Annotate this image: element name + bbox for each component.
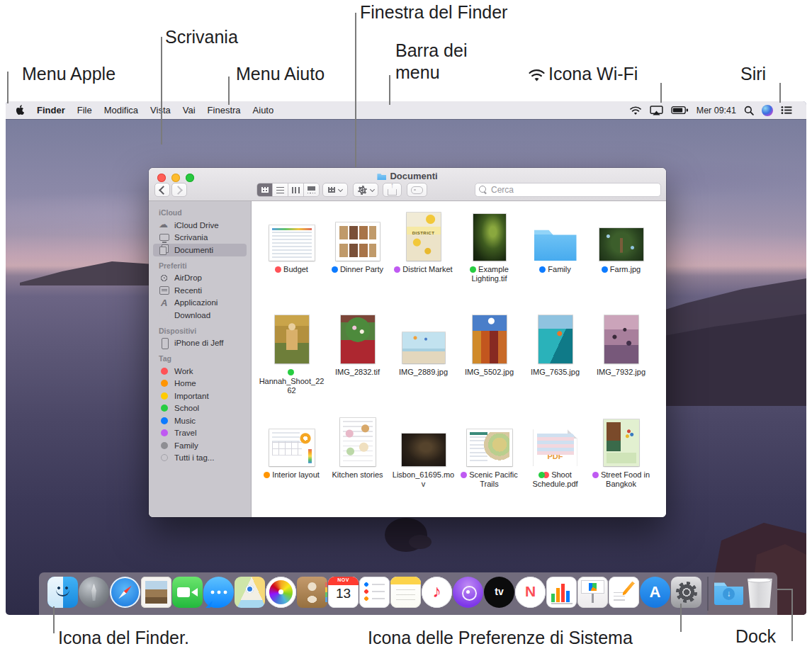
menu-finestra[interactable]: Finestra [208, 105, 241, 115]
battery-icon[interactable] [671, 106, 689, 115]
desktop[interactable]: FinderFileModificaVistaVaiFinestraAiuto … [6, 101, 806, 615]
menu-finder[interactable]: Finder [37, 105, 65, 115]
calendar-dock-icon[interactable]: NOV13 [328, 577, 359, 608]
sidebar-item-iphone-di-jeff[interactable]: iPhone di Jeff [153, 337, 247, 350]
back-button[interactable] [154, 183, 170, 197]
file-district-market[interactable]: DISTRICTDistrict Market [390, 208, 456, 311]
wifi-callout-icon [528, 65, 546, 87]
maps-dock-icon[interactable] [235, 577, 265, 608]
share-button[interactable] [383, 183, 402, 197]
column-view-button[interactable] [288, 183, 304, 196]
file-thumbnail: DISTRICT [407, 213, 441, 261]
contacts-dock-icon[interactable] [297, 577, 327, 608]
appletv-dock-icon[interactable]: tv [484, 577, 514, 608]
menu-modifica[interactable]: Modifica [104, 105, 138, 115]
numbers-dock-icon[interactable] [546, 577, 577, 608]
callout-line-siri [779, 83, 781, 103]
appstore-dock-icon[interactable]: A [640, 577, 670, 608]
menu-aiuto[interactable]: Aiuto [253, 105, 274, 115]
file-dinner-party[interactable]: Dinner Party [325, 208, 390, 311]
finder-window: Documenti [149, 168, 666, 517]
siri-icon[interactable] [762, 105, 773, 116]
sidebar-item-home[interactable]: Home [153, 378, 247, 390]
list-view-button[interactable] [273, 183, 288, 196]
sidebar-item-documenti[interactable]: Documenti [153, 244, 247, 256]
notification-center-icon[interactable] [781, 106, 792, 115]
keynote-dock-icon[interactable] [577, 577, 608, 608]
sidebar-item-tutti-i-tag-[interactable]: Tutti i tag... [153, 452, 247, 465]
podcasts-dock-icon[interactable] [453, 577, 483, 608]
sidebar-item-recenti[interactable]: Recenti [153, 284, 247, 297]
file-hannah-shoot-2262[interactable]: Hannah_Shoot_2262 [259, 311, 325, 414]
file-farm-jpg[interactable]: Farm.jpg [588, 208, 654, 311]
group-button[interactable] [322, 183, 348, 197]
sidebar-item-label: Download [174, 311, 210, 319]
file-thumbnail [269, 429, 315, 466]
file-img-5502-jpg[interactable]: IMG_5502.jpg [456, 311, 522, 414]
view-switcher [256, 183, 320, 197]
file-example-lighting-tif[interactable]: Example Lighting.tif [456, 208, 522, 311]
file-img-7932-jpg[interactable]: IMG_7932.jpg [588, 311, 654, 414]
news-dock-icon[interactable]: N [515, 577, 546, 608]
facetime-dock-icon[interactable] [172, 577, 203, 608]
sidebar-item-music[interactable]: Music [153, 414, 247, 427]
forward-button[interactable] [171, 183, 187, 197]
music-dock-icon[interactable] [422, 577, 452, 608]
callout-line-wifi [660, 83, 662, 103]
pages-dock-icon[interactable] [609, 577, 639, 608]
sidebar-item-important[interactable]: Important [153, 390, 247, 402]
menubar-clock[interactable]: Mer 09:41 [697, 106, 736, 115]
file-budget[interactable]: Budget [259, 208, 325, 311]
menu-vai[interactable]: Vai [183, 105, 196, 115]
sidebar-section-tag: Tag [149, 354, 251, 365]
screen-mirroring-icon[interactable] [650, 106, 663, 115]
photos-dock-icon[interactable] [266, 577, 296, 608]
menu-file[interactable]: File [77, 105, 92, 115]
file-interior-layout[interactable]: Interior layout [259, 414, 325, 516]
gallery-view-button[interactable] [304, 183, 319, 196]
tag-button[interactable] [407, 183, 427, 197]
file-img-2889-jpg[interactable]: IMG_2889.jpg [390, 311, 456, 414]
file-street-food-in-bangkok[interactable]: Street Food in Bangkok [588, 414, 654, 516]
mail-dock-icon[interactable] [141, 577, 171, 608]
notes-dock-icon[interactable] [390, 577, 421, 608]
file-name: Shoot Schedule.pdf [523, 470, 588, 489]
sidebar-item-travel[interactable]: Travel [153, 427, 247, 440]
file-shoot-schedule-pdf[interactable]: PDFShoot Schedule.pdf [522, 414, 588, 516]
downloads-dock-icon[interactable] [714, 577, 744, 608]
spotlight-icon[interactable] [744, 106, 754, 115]
file-img-2832-tif[interactable]: IMG_2832.tif [325, 311, 390, 414]
sidebar-item-download[interactable]: Download [153, 309, 247, 322]
sidebar-item-family[interactable]: Family [153, 439, 247, 452]
trash-dock-icon[interactable] [745, 577, 775, 608]
file-name: Kitchen stories [325, 470, 390, 480]
file-lisbon-61695-mov[interactable]: Lisbon_61695.mov [390, 414, 456, 516]
messages-dock-icon[interactable] [203, 577, 234, 608]
sidebar-item-label: Recenti [174, 286, 202, 295]
file-name: District Market [391, 265, 456, 274]
tag-dot [161, 368, 168, 375]
file-family[interactable]: Family [522, 208, 588, 311]
wifi-icon[interactable] [629, 106, 642, 115]
callout-help-menu: Menu Aiuto [236, 63, 325, 85]
sidebar-item-icloud-drive[interactable]: iCloud Drive [153, 219, 247, 232]
file-scenic-pacific-trails[interactable]: Scenic Pacific Trails [456, 414, 522, 516]
file-img-7635-jpg[interactable]: IMG_7635.jpg [522, 311, 588, 414]
sidebar-item-work[interactable]: Work [153, 365, 247, 378]
action-menu-button[interactable] [353, 183, 378, 197]
search-input[interactable] [475, 183, 661, 197]
finder-dock-icon[interactable] [47, 577, 78, 608]
safari-dock-icon[interactable] [110, 577, 140, 608]
sidebar-item-school[interactable]: School [153, 402, 247, 415]
window-titlebar[interactable]: Documenti [149, 168, 666, 201]
file-grid: BudgetDinner PartyDISTRICTDistrict Marke… [252, 201, 666, 517]
apple-menu-icon[interactable] [16, 105, 25, 115]
launchpad-dock-icon[interactable] [79, 577, 109, 608]
sidebar-item-applicazioni[interactable]: Applicazioni [153, 297, 247, 310]
icon-view-button[interactable] [257, 183, 273, 196]
sysprefs-dock-icon[interactable] [671, 577, 701, 608]
sidebar-item-airdrop[interactable]: AirDrop [153, 272, 247, 285]
reminders-dock-icon[interactable] [359, 577, 390, 608]
file-kitchen-stories[interactable]: Kitchen stories [325, 414, 390, 516]
sidebar-item-scrivania[interactable]: Scrivania [153, 232, 247, 244]
